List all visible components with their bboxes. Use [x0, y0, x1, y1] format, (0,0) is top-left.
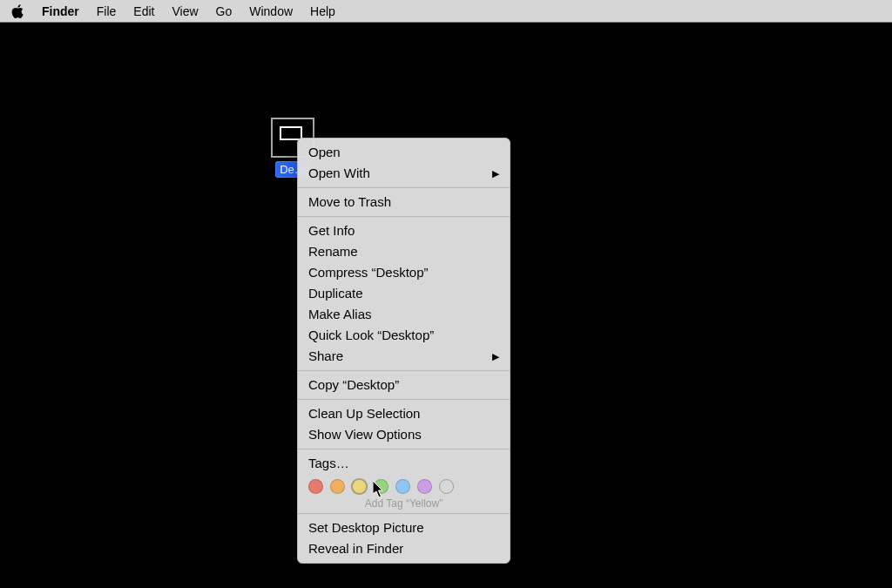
menu-clean-up-selection[interactable]: Clean Up Selection — [298, 403, 510, 424]
tag-orange[interactable] — [330, 479, 345, 494]
menu-move-to-trash-label: Move to Trash — [308, 193, 391, 211]
menu-reveal-in-finder[interactable]: Reveal in Finder — [298, 538, 510, 559]
menu-set-desktop-picture-label: Set Desktop Picture — [308, 519, 424, 537]
menu-file[interactable]: File — [88, 2, 125, 21]
menu-share[interactable]: Share ▶ — [298, 346, 510, 367]
tag-yellow[interactable] — [352, 479, 367, 494]
menu-show-view-options[interactable]: Show View Options — [298, 424, 510, 445]
menu-move-to-trash[interactable]: Move to Trash — [298, 192, 510, 213]
menu-help[interactable]: Help — [301, 2, 344, 21]
context-menu: Open Open With ▶ Move to Trash Get Info … — [297, 138, 510, 564]
menu-set-desktop-picture[interactable]: Set Desktop Picture — [298, 517, 510, 538]
menu-make-alias-label: Make Alias — [308, 306, 372, 323]
menu-clean-up-selection-label: Clean Up Selection — [308, 405, 420, 422]
menu-view[interactable]: View — [163, 2, 206, 21]
menu-edit[interactable]: Edit — [125, 2, 163, 21]
menu-reveal-in-finder-label: Reveal in Finder — [308, 540, 403, 558]
menu-rename-label: Rename — [308, 243, 358, 260]
menu-quick-look[interactable]: Quick Look “Desktop” — [298, 325, 510, 346]
menu-get-info-label: Get Info — [308, 222, 355, 240]
tag-color-row — [298, 474, 510, 496]
chevron-right-icon: ▶ — [492, 165, 499, 182]
tag-purple[interactable] — [417, 479, 432, 494]
menu-separator — [298, 187, 510, 188]
menu-make-alias[interactable]: Make Alias — [298, 304, 510, 325]
menu-show-view-options-label: Show View Options — [308, 426, 422, 443]
menu-window[interactable]: Window — [240, 2, 301, 21]
tag-blue[interactable] — [395, 479, 410, 494]
menu-rename[interactable]: Rename — [298, 241, 510, 262]
menu-duplicate[interactable]: Duplicate — [298, 283, 510, 304]
menu-separator — [298, 399, 510, 400]
menu-open[interactable]: Open — [298, 142, 510, 163]
menu-open-with-label: Open With — [308, 165, 370, 182]
menu-copy[interactable]: Copy “Desktop” — [298, 375, 510, 395]
menu-bar: Finder File Edit View Go Window Help — [0, 0, 892, 23]
chevron-right-icon: ▶ — [492, 348, 499, 365]
menu-go[interactable]: Go — [207, 2, 241, 21]
menu-separator — [298, 216, 510, 217]
menu-tags[interactable]: Tags… — [298, 453, 510, 474]
menu-duplicate-label: Duplicate — [308, 285, 363, 302]
menu-share-label: Share — [308, 348, 343, 365]
apple-menu[interactable] — [7, 4, 28, 18]
menu-quick-look-label: Quick Look “Desktop” — [308, 327, 434, 344]
menu-separator — [298, 449, 510, 449]
menu-tags-label: Tags… — [308, 455, 349, 472]
apple-logo-icon — [11, 4, 24, 18]
menu-separator — [298, 513, 510, 514]
menu-separator — [298, 370, 510, 371]
menu-open-with[interactable]: Open With ▶ — [298, 163, 510, 184]
tag-none[interactable] — [439, 479, 454, 494]
menu-copy-label: Copy “Desktop” — [308, 376, 399, 394]
menu-open-label: Open — [308, 144, 341, 161]
menu-compress[interactable]: Compress “Desktop” — [298, 262, 510, 283]
tag-green[interactable] — [374, 479, 389, 494]
menu-app-name[interactable]: Finder — [33, 2, 88, 21]
menu-compress-label: Compress “Desktop” — [308, 264, 429, 281]
tag-red[interactable] — [308, 479, 323, 494]
menu-get-info[interactable]: Get Info — [298, 220, 510, 241]
tag-hint-label: Add Tag “Yellow” — [298, 497, 510, 510]
